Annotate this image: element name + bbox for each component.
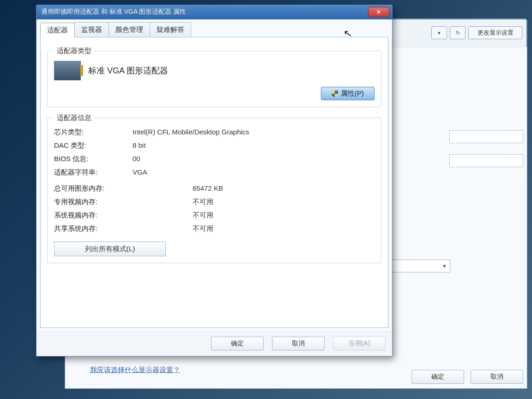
- help-link[interactable]: 我应该选择什么显示器设置？: [90, 366, 180, 375]
- adapter-string-label: 适配器字符串:: [54, 168, 133, 177]
- adapter-type-name: 标准 VGA 图形适配器: [88, 65, 168, 76]
- tab-monitor[interactable]: 监视器: [74, 22, 109, 37]
- tab-strip: 适配器 监视器 颜色管理 疑难解答: [40, 22, 388, 37]
- dialog-button-row: 确定 取消 应用(A): [36, 332, 392, 356]
- tab-adapter[interactable]: 适配器: [40, 23, 75, 37]
- apply-button[interactable]: 应用(A): [333, 337, 386, 351]
- adapter-string-value: VGA: [133, 168, 375, 177]
- background-field-1[interactable]: [449, 130, 523, 143]
- uac-shield-icon: [332, 91, 338, 97]
- system-video-memory-value: 不可用: [193, 211, 375, 220]
- ok-button[interactable]: 确定: [211, 337, 264, 351]
- dedicated-video-memory-value: 不可用: [193, 198, 375, 206]
- titlebar[interactable]: 通用即插即用适配器 和 标准 VGA 图形适配器 属性 ✕: [36, 5, 392, 19]
- tab-panel-adapter: 适配器类型 标准 VGA 图形适配器 属性(P) 适配器信息 芯片类型: Int…: [40, 37, 388, 328]
- total-graphics-memory-value: 65472 KB: [193, 184, 375, 193]
- gpu-icon: [54, 61, 81, 80]
- close-button[interactable]: ✕: [368, 7, 389, 17]
- shared-system-memory-value: 不可用: [193, 224, 375, 233]
- nav-dropdown-icon[interactable]: ▾: [431, 26, 447, 39]
- adapter-type-legend: 适配器类型: [54, 47, 94, 55]
- properties-button[interactable]: 属性(P): [321, 87, 375, 100]
- cancel-button[interactable]: 取消: [272, 337, 325, 351]
- chip-type-value: Intel(R) CFL Mobile/Desktop Graphics: [133, 128, 375, 137]
- dialog-title: 通用即插即用适配器 和 标准 VGA 图形适配器 属性: [41, 8, 368, 16]
- toolbar-button[interactable]: 更改显示设置: [468, 26, 522, 39]
- dac-type-label: DAC 类型:: [54, 141, 133, 150]
- parent-cancel-button[interactable]: 取消: [471, 370, 523, 384]
- adapter-info-legend: 适配器信息: [54, 114, 94, 122]
- adapter-info-group: 适配器信息 芯片类型: Intel(R) CFL Mobile/Desktop …: [47, 114, 381, 263]
- properties-button-label: 属性(P): [341, 89, 364, 98]
- adapter-type-group: 适配器类型 标准 VGA 图形适配器 属性(P): [47, 47, 381, 107]
- chevron-down-icon: ▼: [442, 263, 447, 269]
- adapter-properties-dialog: 通用即插即用适配器 和 标准 VGA 图形适配器 属性 ✕ 适配器 监视器 颜色…: [36, 5, 393, 357]
- tab-troubleshoot[interactable]: 疑难解答: [150, 22, 191, 37]
- list-all-modes-button[interactable]: 列出所有模式(L): [54, 242, 166, 256]
- bios-info-label: BIOS 信息:: [54, 155, 133, 163]
- shared-system-memory-label: 共享系统内存:: [54, 224, 193, 233]
- chip-type-label: 芯片类型:: [54, 128, 133, 137]
- background-field-2[interactable]: [449, 154, 523, 167]
- bios-info-value: 00: [133, 155, 375, 163]
- dedicated-video-memory-label: 专用视频内存:: [54, 198, 193, 206]
- dac-type-value: 8 bit: [133, 141, 375, 150]
- system-video-memory-label: 系统视频内存:: [54, 211, 193, 220]
- parent-ok-button[interactable]: 确定: [411, 370, 464, 384]
- tab-color-management[interactable]: 颜色管理: [109, 22, 150, 37]
- nav-refresh-icon[interactable]: ↻: [450, 26, 466, 39]
- total-graphics-memory-label: 总可用图形内存:: [54, 184, 193, 193]
